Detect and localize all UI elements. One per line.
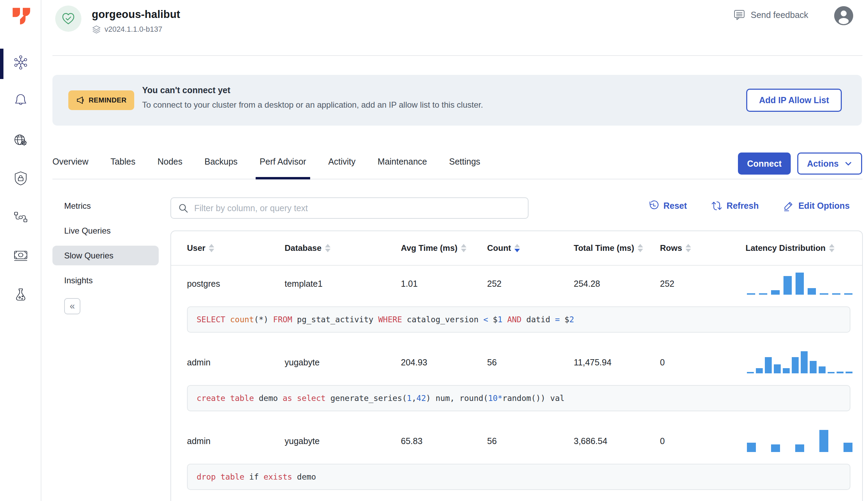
table-row[interactable]: postgrestemplate11.01252254.28252 [171, 266, 862, 302]
sort-up-triangle [514, 244, 520, 247]
actions-dropdown-button[interactable]: Actions [797, 153, 862, 175]
column-header-avg-time-ms-[interactable]: Avg Time (ms) [401, 243, 487, 253]
subnav-item-insights[interactable]: Insights [52, 271, 159, 290]
icon-sidebar [0, 0, 41, 501]
sql-token: demo [292, 472, 316, 481]
table-toolbar: Reset Refresh Edit Options [648, 200, 850, 212]
column-header-database[interactable]: Database [285, 243, 401, 253]
query-text: SELECT count(*) FROM pg_stat_activity WH… [187, 306, 850, 333]
sql-token: ) num, round( [426, 394, 488, 403]
cell-user: admin [187, 436, 285, 446]
sidebar-item-clusters cluster-hub-icon[interactable] [13, 55, 29, 70]
sql-token: SELECT [197, 315, 225, 324]
table-row[interactable]: adminyugabyte204.935611,475.940 [171, 344, 862, 380]
filter-input-wrapper [170, 197, 529, 219]
tab-maintenance[interactable]: Maintenance [378, 151, 427, 179]
sidebar-item-security shield-lock-icon[interactable] [13, 170, 29, 186]
tab-nodes[interactable]: Nodes [157, 151, 182, 179]
sql-token: 10 [488, 394, 498, 403]
histogram-bar [808, 288, 816, 295]
sort-icon [829, 244, 835, 252]
tab-perf-advisor[interactable]: Perf Advisor [260, 151, 306, 179]
histogram-bar [792, 357, 799, 373]
yugabyte-logo[interactable] [10, 6, 32, 28]
chat-icon [733, 8, 746, 21]
sidebar-item-integrations integrations-icon[interactable] [13, 209, 29, 225]
connect-button[interactable]: Connect [738, 153, 791, 175]
sort-icon [514, 244, 520, 252]
cell-rows: 0 [660, 436, 746, 446]
sql-token: AND [507, 315, 522, 324]
column-label: Database [285, 243, 322, 253]
sort-up-triangle [638, 244, 643, 247]
cell-latency [746, 430, 862, 452]
user-avatar person-icon[interactable] [834, 6, 853, 25]
tab-overview[interactable]: Overview [52, 151, 88, 179]
reset-button[interactable]: Reset [648, 200, 687, 212]
sort-up-triangle [685, 244, 691, 247]
pencil-icon [783, 200, 794, 212]
sort-icon [325, 244, 331, 252]
histogram-bar [837, 372, 844, 373]
histogram-bar [801, 351, 808, 373]
histogram-bar [771, 290, 779, 295]
sidebar-item-labs flask-icon[interactable] [13, 287, 29, 303]
tab-backups[interactable]: Backups [205, 151, 238, 179]
sql-token: 42 [416, 394, 426, 403]
histogram-bar [810, 361, 817, 373]
tab-settings[interactable]: Settings [449, 151, 480, 179]
histogram-bar [759, 293, 767, 295]
query-text: drop table if exists demo [187, 464, 850, 490]
collapse-sidenav-button chevrons-left-icon[interactable]: « [64, 298, 80, 314]
send-feedback-label: Send feedback [751, 10, 808, 20]
column-label: Total Time (ms) [574, 243, 634, 253]
sql-token: $ [560, 315, 570, 324]
histogram-bar [819, 430, 828, 452]
sql-token: = [555, 315, 560, 324]
edit-options-button[interactable]: Edit Options [783, 200, 850, 212]
cell-avg-time: 65.83 [401, 436, 487, 446]
column-label: Latency Distribution [746, 243, 826, 253]
sort-down-triangle [209, 249, 214, 252]
sort-down-triangle [638, 249, 643, 252]
column-header-latency-distribution[interactable]: Latency Distribution [746, 243, 862, 253]
histogram-bar [765, 357, 772, 373]
column-header-count[interactable]: Count [487, 243, 574, 253]
histogram-bar [771, 444, 780, 452]
sidebar-item-alerts bell-icon[interactable] [13, 92, 29, 108]
send-feedback-button[interactable]: Send feedback [733, 8, 808, 21]
sidebar-item-billing billing-icon[interactable] [13, 247, 29, 263]
table-body: postgrestemplate11.01252254.28252SELECT … [171, 266, 862, 490]
cell-rows: 0 [660, 357, 746, 367]
table-row[interactable]: adminyugabyte65.83563,686.540 [171, 423, 862, 459]
subnav-item-metrics[interactable]: Metrics [52, 196, 159, 216]
sql-token: as [283, 394, 292, 403]
add-ip-allow-list-button[interactable]: Add IP Allow List [746, 89, 842, 112]
refresh-button[interactable]: Refresh [711, 200, 759, 212]
column-header-rows[interactable]: Rows [660, 243, 746, 253]
subnav-item-live-queries[interactable]: Live Queries [52, 221, 159, 240]
histogram-bar [747, 443, 756, 452]
subnav-item-slow-queries[interactable]: Slow Queries [52, 246, 159, 265]
cell-latency [746, 351, 862, 373]
sql-token: exists [264, 472, 292, 481]
header-divider [52, 55, 862, 56]
sidebar-active-indicator [0, 49, 3, 79]
cell-total-time: 254.28 [574, 279, 660, 289]
histogram-bar [819, 366, 826, 373]
column-label: Count [487, 243, 511, 253]
column-header-user[interactable]: User [187, 243, 285, 253]
sql-token: create table [197, 394, 254, 403]
tab-activity[interactable]: Activity [328, 151, 355, 179]
sidebar-item-network globe-gear-icon[interactable] [13, 132, 29, 148]
cluster-health-badge heart-check-icon [55, 6, 81, 32]
filter-input[interactable] [194, 203, 521, 213]
column-header-total-time-ms-[interactable]: Total Time (ms) [574, 243, 660, 253]
sql-token: catalog_version [402, 315, 483, 324]
reminder-badge-label: REMINDER [89, 96, 127, 104]
sql-token: count [230, 315, 254, 324]
tab-tables[interactable]: Tables [110, 151, 135, 179]
cell-count: 56 [487, 436, 574, 446]
cell-total-time: 3,686.54 [574, 436, 660, 446]
histogram-bar [832, 293, 840, 295]
